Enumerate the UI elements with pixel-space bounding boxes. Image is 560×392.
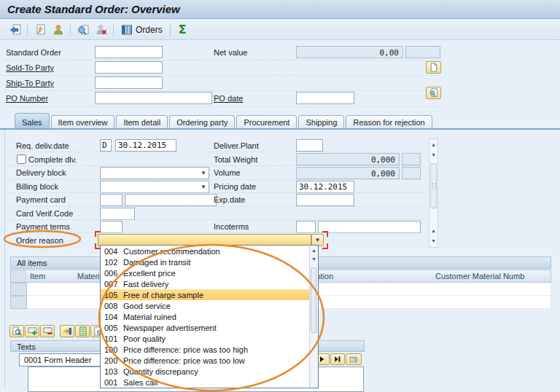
dropdown-option[interactable]: 200Price difference: price was too low [101,355,318,366]
dropdown-option[interactable]: 100Price difference: price was too high [101,344,318,355]
dropdown-option[interactable]: 001Sales call [101,377,318,388]
find-item-button[interactable] [9,325,24,337]
dropdown-option[interactable]: 102Damaged in transit [101,256,318,267]
sold-to-party-label[interactable]: Sold-To Party [6,63,54,72]
dropdown-scrollbar[interactable]: ▲ ▼ [309,246,318,388]
propose-items-button[interactable] [75,325,90,337]
panel-scrollbar[interactable]: ▲ ▼ ▲ ▼ [429,138,438,248]
complete-dlv-checkbox[interactable] [17,154,26,164]
scroll-up-icon[interactable]: ▲ [429,141,438,149]
row-separator [4,60,440,60]
incoterms-text-input[interactable] [318,221,421,233]
billing-block-combo[interactable]: ▼ [100,181,209,193]
tab-item-detail[interactable]: Item detail [116,115,168,129]
magnifier-doc-icon [12,326,22,336]
focus-corner [95,243,101,249]
delete-row-button[interactable] [40,325,55,337]
search-documents-button[interactable] [426,87,441,99]
create-document-button[interactable] [426,61,441,74]
text-scroll-button[interactable] [346,353,362,365]
tab-shipping[interactable]: Shipping [298,115,344,129]
po-date-label[interactable]: PO date [214,94,243,103]
delivery-block-combo[interactable]: ▼ [100,167,209,179]
tab-item-overview[interactable]: Item overview [51,115,115,129]
ship-to-party-input[interactable] [95,77,163,89]
standard-order-input[interactable] [95,46,163,58]
dropdown-option[interactable]: 008Good service [101,300,318,311]
tab-reason-for-rejection[interactable]: Reason for rejection [346,115,432,129]
incoterms-code-input[interactable] [296,221,316,233]
insert-row-button[interactable] [25,325,39,337]
exp-date-input[interactable] [296,194,354,206]
scroll-up-icon[interactable]: ▲ [310,246,318,255]
new-page-icon [429,63,438,72]
dropdown-option-selected[interactable]: 105Free of charge sample [101,289,318,300]
row-selector[interactable] [10,296,27,309]
total-weight-field: 0,000 [296,153,400,165]
incoterms-label: Incoterms [214,222,249,231]
person-error-icon [95,24,108,36]
sum-button[interactable]: Σ [174,21,192,38]
scroll-up-icon[interactable]: ▲ [429,227,438,235]
orders-button[interactable]: Orders [117,21,167,38]
po-number-label[interactable]: PO Number [6,94,48,103]
transfer-items-button[interactable] [60,325,74,337]
deliver-plant-input[interactable] [296,139,323,152]
dropdown-option[interactable]: 004Customer recommendation [101,246,318,256]
dropdown-option[interactable]: 005Newspaper advertisement [101,322,318,333]
green-doc-icon [78,326,88,336]
dropdown-option[interactable]: 007Fast delivery [101,278,318,289]
scrollbar-thumb[interactable] [430,163,437,208]
payment-terms-label: Payment terms [16,222,70,231]
dropdown-option[interactable]: 104Material ruined [101,311,318,322]
tab-sales[interactable]: Sales [15,113,50,129]
order-reason-label: Order reason [16,236,63,245]
dropdown-option[interactable]: 101Poor quality [101,333,318,344]
page-title: Create Standard Order: Overview [0,0,180,15]
all-items-title: All items [17,259,47,267]
dropdown-option[interactable]: 103Quantity discrepancy [101,366,318,377]
payment-card-type-input[interactable] [100,194,122,206]
pricing-date-input[interactable] [296,181,354,193]
standard-order-label: Standard Order [6,48,61,57]
orders-button-label: Orders [136,25,163,35]
row-separator [10,152,426,152]
ship-to-party-label[interactable]: Ship-To Party [6,79,54,87]
scroll-down-icon[interactable]: ▼ [310,255,318,264]
row-separator [10,219,426,220]
texts-title: Texts [17,342,36,351]
net-value-label: Net value [214,48,247,57]
sold-to-party-input[interactable] [95,61,163,74]
scroll-down-icon[interactable]: ▼ [429,237,438,246]
row-separator [4,90,440,91]
scrollbar-thumb[interactable] [311,267,316,333]
doc-search-button[interactable] [74,21,92,38]
doc-pencil-button[interactable] [31,21,49,38]
req-deliv-date-input[interactable] [115,139,176,152]
card-verif-code-input[interactable] [100,208,135,220]
volume-unit-field [402,167,421,179]
column-header-customer-material[interactable]: Customer Material Numb [432,270,551,283]
dropdown-option[interactable]: 006Excellent price [101,267,318,278]
person-error-button[interactable] [92,21,110,38]
arrow-into-column-icon [63,326,72,336]
table-corner-cell[interactable] [10,270,27,283]
scroll-icon [349,355,359,364]
column-header-item[interactable]: Item [26,270,74,283]
po-date-input[interactable] [296,92,354,104]
po-number-input[interactable] [95,92,212,104]
tab-procurement[interactable]: Procurement [236,115,297,129]
last-text-button[interactable] [330,353,345,365]
req-deliv-date-type-input[interactable] [100,139,112,152]
doc-arrow-button[interactable] [6,21,24,38]
payment-card-number-input[interactable] [125,194,217,206]
title-bar: Create Standard Order: Overview [0,0,560,19]
tab-ordering-party[interactable]: Ordering party [169,115,235,129]
row-selector[interactable] [10,283,27,296]
toolbar-separator [27,23,28,36]
net-value-field: 0,00 [296,46,403,58]
payment-terms-input[interactable] [100,221,122,233]
doc-pencil-icon [34,24,47,36]
person-button[interactable] [49,21,67,38]
scroll-down-icon[interactable]: ▼ [429,151,438,160]
